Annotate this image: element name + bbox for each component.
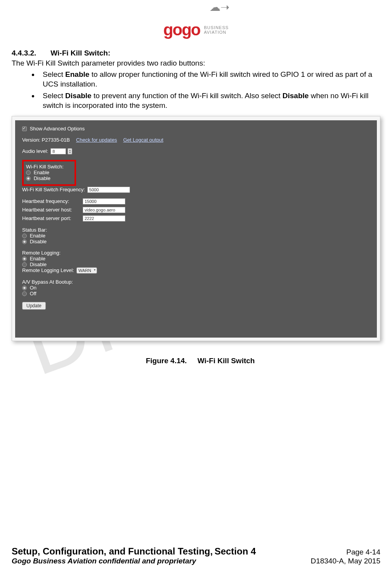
status-bar-label: Status Bar: — [22, 227, 370, 233]
wifi-kill-disable-radio[interactable] — [26, 176, 31, 181]
show-advanced-label: Show Advanced Options — [30, 126, 85, 132]
wifi-kill-label: Wi-Fi Kill Switch: — [26, 164, 64, 170]
hb-port-label: Heartbeat server port: — [22, 215, 80, 221]
remote-log-level-label: Remote Logging Level: — [22, 267, 74, 273]
remote-log-label: Remote Logging: — [22, 250, 370, 256]
page-footer: Setup, Configuration, and Functional Tes… — [12, 546, 380, 565]
footer-title: Setup, Configuration, and Functional Tes… — [12, 546, 213, 556]
remote-log-disable-label: Disable — [30, 262, 47, 267]
status-bar-enable-radio[interactable] — [22, 234, 27, 238]
status-bar-enable-label: Enable — [30, 233, 45, 239]
figure-caption: Figure 4.14. Wi-Fi Kill Switch — [12, 357, 380, 365]
show-advanced-checkbox[interactable] — [22, 126, 27, 131]
wifi-kill-disable-label: Disable — [34, 175, 50, 181]
status-bar-disable-label: Disable — [30, 239, 47, 244]
get-logcat-link[interactable]: Get Logcat output — [123, 137, 163, 143]
wifi-kill-enable-label: Enable — [34, 170, 49, 175]
audio-level-input[interactable]: 8 — [50, 148, 66, 154]
section-heading: 4.4.3.2. Wi-Fi Kill Switch: — [12, 49, 380, 57]
remote-log-disable-radio[interactable] — [22, 262, 27, 267]
wifi-freq-label: Wi-Fi Kill Switch Frequency: — [22, 187, 85, 192]
av-bypass-off-radio[interactable] — [22, 291, 27, 296]
screenshot-frame: Show Advanced Options Version: P27335-01… — [12, 116, 380, 341]
hb-port-input[interactable]: 2222 — [83, 215, 125, 222]
section-number: 4.4.3.2. — [12, 49, 49, 57]
figure-number: Figure 4.14. — [137, 357, 196, 365]
bullet-disable: Select Disable to prevent any function o… — [39, 91, 376, 110]
audio-level-label: Audio level: — [22, 148, 48, 154]
footer-confidential: Gogo Business Aviation confidential and … — [12, 557, 196, 565]
hb-freq-label: Heartbeat frequency: — [22, 198, 80, 204]
hb-host-input[interactable]: video.gogo.aero — [83, 207, 125, 213]
check-updates-link[interactable]: Check for updates — [76, 137, 117, 143]
av-bypass-off-label: Off — [30, 291, 36, 296]
intro-text: The Wi-Fi Kill Switch parameter provides… — [12, 59, 380, 68]
footer-section: Section 4 — [215, 546, 256, 556]
footer-page: Page 4-14 — [346, 548, 380, 556]
wifi-kill-enable-radio[interactable] — [26, 170, 31, 175]
logo-brand: gogo — [163, 21, 200, 39]
av-bypass-on-label: On — [30, 285, 36, 291]
hb-freq-input[interactable]: 15000 — [83, 198, 125, 204]
update-button[interactable]: Update — [22, 302, 46, 310]
remote-log-enable-radio[interactable] — [22, 256, 27, 261]
audio-level-stepper[interactable]: ▲▼ — [68, 148, 72, 154]
cloud-arrow-icon: ☁➝ — [210, 1, 229, 13]
figure-title: Wi-Fi Kill Switch — [198, 357, 255, 365]
av-bypass-label: A/V Bypass At Bootup: — [22, 279, 370, 285]
wifi-kill-highlight: Wi-Fi Kill Switch: Enable Disable — [22, 160, 76, 186]
version-label: Version: P27335-01B — [22, 137, 70, 143]
footer-doc-id: D18340-A, May 2015 — [310, 557, 380, 565]
bullet-enable: Select Enable to allow proper functionin… — [39, 70, 376, 89]
av-bypass-on-radio[interactable] — [22, 286, 27, 290]
remote-log-level-select[interactable]: WARN — [76, 267, 97, 274]
logo-subtitle: BUSINESSAVIATION — [204, 25, 229, 35]
hb-host-label: Heartbeat server host: — [22, 207, 80, 213]
remote-log-enable-label: Enable — [30, 256, 45, 262]
section-title: Wi-Fi Kill Switch: — [50, 49, 110, 57]
logo-block: ☁➝ gogo BUSINESSAVIATION — [12, 8, 380, 39]
settings-panel: Show Advanced Options Version: P27335-01… — [15, 120, 377, 338]
status-bar-disable-radio[interactable] — [22, 239, 27, 244]
wifi-freq-input[interactable]: 5000 — [87, 187, 130, 193]
